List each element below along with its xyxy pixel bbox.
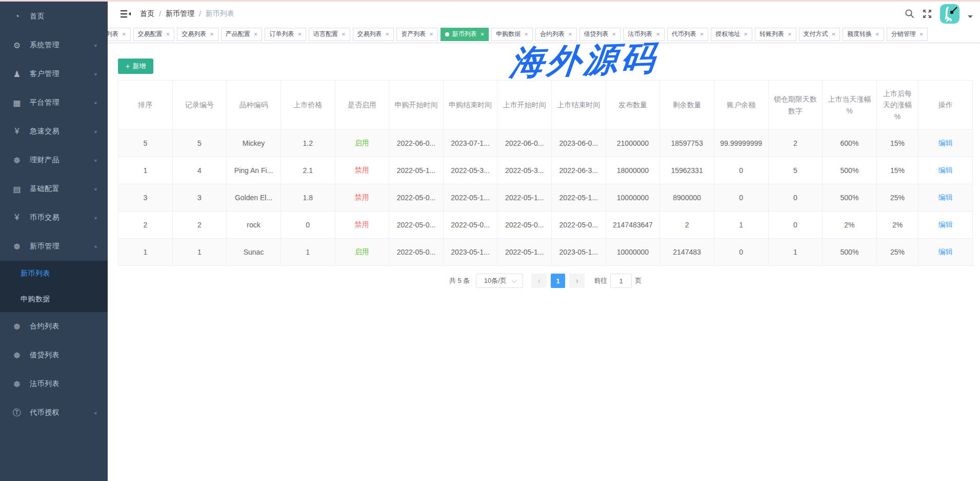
tab[interactable]: 资产列表 bbox=[396, 28, 438, 41]
tab[interactable]: 交易列表 bbox=[177, 28, 218, 41]
sidebar-item[interactable]: Ⓣ 代币授权 ∨ bbox=[0, 398, 108, 427]
sidebar-item[interactable]: ⚙ 系统管理 ∨ bbox=[0, 31, 108, 60]
tab[interactable]: 交易配置 bbox=[133, 28, 175, 41]
table-header-cell[interactable]: 排序 bbox=[118, 81, 173, 130]
tab[interactable]: 列表 bbox=[108, 28, 131, 41]
tab-close-icon[interactable] bbox=[297, 31, 302, 37]
tab-close-icon[interactable] bbox=[122, 31, 126, 37]
caret-down-icon[interactable] bbox=[968, 15, 973, 18]
tab[interactable]: 产品配置 bbox=[221, 28, 263, 41]
tab-close-icon[interactable] bbox=[210, 31, 214, 37]
tab-close-icon[interactable] bbox=[788, 31, 792, 37]
tab[interactable]: 语言配置 bbox=[309, 28, 350, 41]
breadcrumb-parent[interactable]: 新币管理 bbox=[166, 9, 194, 18]
avatar[interactable] bbox=[940, 4, 959, 24]
edit-link[interactable]: 编辑 bbox=[938, 247, 953, 256]
tab-close-icon[interactable] bbox=[875, 31, 879, 37]
tab-close-icon[interactable] bbox=[524, 31, 528, 37]
edit-link[interactable]: 编辑 bbox=[938, 139, 953, 147]
breadcrumb-current: 新币列表 bbox=[206, 9, 234, 18]
cell-daily-gain: 2% bbox=[876, 211, 918, 239]
tab-close-icon[interactable] bbox=[342, 31, 346, 37]
tab[interactable]: 法币列表 bbox=[623, 28, 665, 41]
tab[interactable]: 借贷列表 bbox=[579, 28, 621, 41]
tab-close-icon[interactable] bbox=[254, 31, 258, 37]
sidebar-item[interactable]: ☸ 新币管理 ∧ bbox=[0, 232, 108, 261]
tab[interactable]: 合约列表 bbox=[535, 28, 577, 41]
dashboard-icon: ◔ bbox=[11, 12, 23, 21]
sidebar-item[interactable]: ¥ 币币交易 ∨ bbox=[0, 203, 108, 232]
cell-list-price: 1.2 bbox=[281, 130, 335, 157]
sidebar-item[interactable]: ☸ 合约列表 bbox=[0, 312, 108, 341]
sidebar-item[interactable]: ♟ 客户管理 ∨ bbox=[0, 60, 108, 88]
table-header-cell[interactable]: 是否启用 bbox=[335, 81, 389, 130]
tab[interactable]: 订单列表 bbox=[265, 28, 306, 41]
tab[interactable]: 授权地址 bbox=[711, 28, 752, 41]
hamburger-icon[interactable] bbox=[121, 10, 131, 18]
edit-link[interactable]: 编辑 bbox=[938, 220, 953, 228]
tab-close-icon[interactable] bbox=[386, 31, 390, 37]
cell-record-id: 4 bbox=[172, 157, 227, 184]
tab[interactable]: 申购数据 bbox=[491, 28, 533, 41]
tab-close-icon[interactable] bbox=[656, 31, 660, 37]
add-button[interactable]: + 新增 bbox=[118, 59, 153, 74]
table-header-cell[interactable]: 上市后每天的涨幅 % bbox=[876, 81, 918, 130]
sidebar-item[interactable]: ☸ 理财产品 ∨ bbox=[0, 146, 108, 175]
table-header-cell[interactable]: 上市结束时间 bbox=[552, 81, 606, 130]
cell-sort: 1 bbox=[118, 157, 173, 184]
next-page-button[interactable]: › bbox=[569, 274, 585, 288]
sidebar-item-label: 平台管理 bbox=[30, 98, 94, 107]
sidebar-item[interactable]: ☸ 借贷列表 bbox=[0, 341, 108, 370]
tab[interactable]: 交易列表 bbox=[353, 28, 394, 41]
tab-close-icon[interactable] bbox=[166, 31, 170, 37]
table-header-cell[interactable]: 锁仓期限天数数字 bbox=[768, 81, 823, 130]
tab-label: 交易配置 bbox=[138, 30, 163, 39]
table-header-cell[interactable]: 申购结束时间 bbox=[443, 81, 497, 130]
table-header-cell[interactable]: 上市开始时间 bbox=[497, 81, 552, 130]
tab[interactable]: 转账列表 bbox=[755, 28, 796, 41]
tab-close-icon[interactable] bbox=[919, 31, 924, 37]
table-header-cell[interactable]: 品种编码 bbox=[227, 81, 281, 130]
page-size-select[interactable]: 10条/页 bbox=[476, 274, 523, 288]
tab-close-icon[interactable] bbox=[744, 31, 748, 37]
sidebar-item[interactable]: ▦ 平台管理 ∨ bbox=[0, 88, 108, 117]
table-header-cell[interactable]: 申购开始时间 bbox=[389, 81, 444, 130]
tab[interactable]: 支付方式 bbox=[799, 28, 841, 41]
table-header-cell[interactable]: 发布数量 bbox=[606, 81, 660, 130]
sidebar-item[interactable]: 新币列表 bbox=[0, 261, 108, 286]
tab-close-icon[interactable] bbox=[612, 31, 616, 37]
current-page-button[interactable]: 1 bbox=[551, 274, 565, 288]
prev-page-button[interactable]: ‹ bbox=[531, 274, 547, 288]
table-header-cell[interactable]: 操作 bbox=[918, 81, 973, 130]
edit-link[interactable]: 编辑 bbox=[938, 166, 953, 174]
sidebar-item[interactable]: 申购数据 bbox=[0, 286, 108, 312]
table-header-cell[interactable]: 账户余额 bbox=[714, 81, 768, 130]
grid-icon: ▦ bbox=[11, 98, 23, 108]
table-header-cell[interactable]: 剩余数量 bbox=[660, 81, 714, 130]
cell-lock-days: 2 bbox=[768, 130, 823, 157]
tab[interactable]: 代币列表 bbox=[667, 28, 709, 41]
tab[interactable]: 新币列表 bbox=[441, 28, 489, 41]
tab-close-icon[interactable] bbox=[832, 31, 836, 37]
fullscreen-icon[interactable] bbox=[923, 9, 932, 18]
tab[interactable]: 分销管理 bbox=[887, 28, 928, 41]
tab-close-icon[interactable] bbox=[568, 31, 572, 37]
table-header-cell[interactable]: 上市价格 bbox=[281, 81, 335, 130]
breadcrumb-home[interactable]: 首页 bbox=[140, 9, 154, 18]
table-header-cell[interactable]: 记录编号 bbox=[172, 81, 227, 130]
search-icon[interactable] bbox=[905, 9, 914, 18]
sidebar-item[interactable]: ¥ 急速交易 ∨ bbox=[0, 117, 108, 146]
goto-page-input[interactable] bbox=[610, 274, 632, 288]
cell-sort: 5 bbox=[118, 130, 173, 157]
edit-link[interactable]: 编辑 bbox=[938, 193, 953, 201]
tab[interactable]: 额度转换 bbox=[843, 28, 884, 41]
tab-close-icon[interactable] bbox=[481, 31, 485, 37]
tab-close-icon[interactable] bbox=[700, 31, 704, 37]
table-header-cell[interactable]: 上市当天涨幅 % bbox=[823, 81, 877, 130]
tab-close-icon[interactable] bbox=[429, 31, 433, 37]
cell-list-start: 2022-05-0... bbox=[497, 211, 552, 239]
user-icon: ♟ bbox=[11, 69, 23, 79]
sidebar-item[interactable]: ◔ 首页 bbox=[0, 2, 108, 31]
sidebar-item[interactable]: ▤ 基础配置 ∨ bbox=[0, 175, 108, 203]
sidebar-item[interactable]: ☸ 法币列表 bbox=[0, 370, 108, 398]
